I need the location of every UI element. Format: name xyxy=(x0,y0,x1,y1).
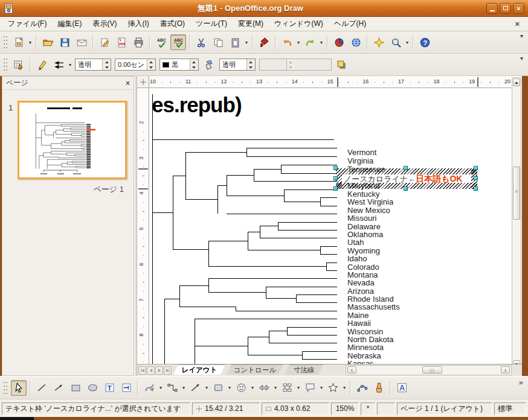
state-label[interactable]: Idaho xyxy=(347,255,367,262)
document-close-icon[interactable]: × xyxy=(509,19,526,28)
select-arrow-button[interactable] xyxy=(11,380,27,396)
line-width-input[interactable]: 0.00セン xyxy=(115,59,156,71)
shadow-button[interactable] xyxy=(334,57,350,72)
pages-panel-close-icon[interactable]: × xyxy=(126,79,130,88)
state-label[interactable]: Nevada xyxy=(347,279,375,287)
minimize-button[interactable] xyxy=(486,3,498,14)
horizontal-scrollbar[interactable]: ‹ ||| › xyxy=(346,365,512,375)
scroll-left-button[interactable]: ‹ xyxy=(347,366,356,374)
menu-書式(O)[interactable]: 書式(O) xyxy=(155,17,190,31)
selection-handle[interactable] xyxy=(333,166,338,170)
menu-ファイル(F)[interactable]: ファイル(F) xyxy=(2,17,52,31)
tab-寸法線[interactable]: 寸法線 xyxy=(285,364,323,375)
paste-button[interactable] xyxy=(227,34,243,50)
paste-dropdown-icon[interactable]: ▾ xyxy=(243,34,250,50)
edit-points-pen-button[interactable] xyxy=(34,57,50,72)
copy-button[interactable] xyxy=(210,34,226,50)
scroll-right-button[interactable]: › xyxy=(501,366,510,374)
scroll-up-button[interactable] xyxy=(513,78,520,86)
basic-shapes-button[interactable] xyxy=(210,380,226,396)
lines-arrows-dropdown-icon[interactable]: ▾ xyxy=(204,380,210,396)
stars-dropdown-icon[interactable]: ▾ xyxy=(341,380,347,396)
save-floppy-button[interactable] xyxy=(57,34,72,50)
selection-handle[interactable] xyxy=(474,176,478,180)
redo-dropdown-icon[interactable]: ▾ xyxy=(318,34,324,50)
line-color-spinner[interactable] xyxy=(190,59,198,70)
toolbar-overflow-icon[interactable]: ▾ xyxy=(520,54,523,62)
pie-chart-button[interactable] xyxy=(331,34,347,50)
grid-button[interactable] xyxy=(11,57,27,72)
new-drawing-dropdown-icon[interactable]: ▾ xyxy=(27,34,33,50)
plot-title-text[interactable]: es.repub) xyxy=(152,93,242,117)
state-label[interactable]: West Virginia xyxy=(347,198,393,206)
fill-style-select[interactable]: 透明 xyxy=(219,59,256,71)
selection-handle[interactable] xyxy=(404,186,408,191)
line-style-spinner[interactable] xyxy=(102,59,111,70)
toolbar-grip[interactable] xyxy=(3,35,8,49)
title-bar[interactable]: 無題1 - OpenOffice.org Draw × xyxy=(0,0,528,17)
maximize-button[interactable] xyxy=(500,3,511,14)
gallery-star-button[interactable] xyxy=(371,34,387,50)
state-label[interactable]: Hawaii xyxy=(347,319,371,327)
dendrogram-image[interactable] xyxy=(149,88,511,364)
connector-dropdown-icon[interactable]: ▾ xyxy=(181,380,187,396)
toolbar-grip[interactable] xyxy=(3,381,8,395)
state-label[interactable]: Massachusetts xyxy=(347,303,400,311)
email-envelope-button[interactable] xyxy=(74,34,89,50)
state-label[interactable]: Minnesota xyxy=(347,343,384,351)
selected-text-black[interactable]: ノースカロライナ← xyxy=(344,174,416,183)
close-button[interactable]: × xyxy=(513,3,524,14)
block-arrows-dropdown-icon[interactable]: ▾ xyxy=(272,380,278,396)
arrow-style-dropdown-icon[interactable]: ▾ xyxy=(67,57,73,72)
menu-変更(M)[interactable]: 変更(M) xyxy=(233,17,269,31)
flowchart-button[interactable] xyxy=(279,380,295,396)
menu-挿入(I)[interactable]: 挿入(I) xyxy=(122,17,154,31)
selection-handle[interactable] xyxy=(333,176,338,180)
menu-編集(E)[interactable]: 編集(E) xyxy=(52,17,87,31)
print-button[interactable] xyxy=(130,34,146,50)
menu-ヘルプ(H)[interactable]: ヘルプ(H) xyxy=(329,17,372,31)
open-folder-button[interactable] xyxy=(40,34,56,50)
first-page-button[interactable] xyxy=(138,366,146,375)
toolbar-grip[interactable] xyxy=(3,57,8,72)
zoom-level-field[interactable]: 150% xyxy=(331,402,359,415)
toolbar-overflow-icon[interactable]: ▾ xyxy=(520,31,523,39)
symbol-shapes-button[interactable] xyxy=(233,380,249,396)
next-page-button[interactable] xyxy=(155,366,163,375)
state-label[interactable]: Kansas xyxy=(347,360,373,364)
vertical-text-button[interactable]: T xyxy=(118,380,134,396)
curve-dropdown-icon[interactable]: ▾ xyxy=(158,380,164,396)
horizontal-scroll-thumb[interactable]: ||| xyxy=(422,366,442,374)
edit-document-button[interactable] xyxy=(97,34,112,50)
selection-handle[interactable] xyxy=(474,186,478,191)
last-page-button[interactable] xyxy=(164,366,172,375)
arrow-style-button[interactable] xyxy=(51,57,66,72)
callouts-button[interactable] xyxy=(302,380,318,396)
format-paintbrush-button[interactable] xyxy=(256,34,272,50)
line-width-spinner[interactable] xyxy=(147,59,155,70)
menu-ウィンドウ(W)[interactable]: ウィンドウ(W) xyxy=(269,17,329,31)
block-arrows-button[interactable] xyxy=(256,380,272,396)
ink-bottle-button[interactable] xyxy=(201,57,217,72)
curve-button[interactable] xyxy=(141,380,157,396)
state-label[interactable]: Missouri xyxy=(347,214,376,222)
help-button[interactable]: ? xyxy=(417,34,433,50)
rectangle-button[interactable] xyxy=(68,380,83,396)
page-thumbnail[interactable] xyxy=(18,101,127,179)
new-drawing-button[interactable] xyxy=(11,34,27,50)
selection-handle[interactable] xyxy=(474,166,478,170)
selected-text[interactable]: ノースカロライナ←日本語もOK xyxy=(344,174,462,185)
tab-コントロール[interactable]: コントロール xyxy=(227,364,283,375)
cut-scissors-button[interactable] xyxy=(193,34,209,50)
tab-レイアウト[interactable]: レイアウト xyxy=(173,364,225,375)
toolbar-overflow-icon[interactable]: » xyxy=(519,377,523,387)
text-box-button[interactable]: T xyxy=(101,380,117,396)
globe-button[interactable] xyxy=(348,34,364,50)
zoom-magnifier-dropdown-icon[interactable]: ▾ xyxy=(404,34,410,50)
symbol-shapes-dropdown-icon[interactable]: ▾ xyxy=(250,380,256,396)
object-size-field[interactable]: 4.03 x 0.62 xyxy=(262,402,329,415)
lines-arrows-button[interactable] xyxy=(187,380,203,396)
undo-dropdown-icon[interactable]: ▾ xyxy=(295,34,301,50)
menu-表示(V)[interactable]: 表示(V) xyxy=(87,17,122,31)
auto-spellcheck-button[interactable]: ABC xyxy=(170,34,186,50)
